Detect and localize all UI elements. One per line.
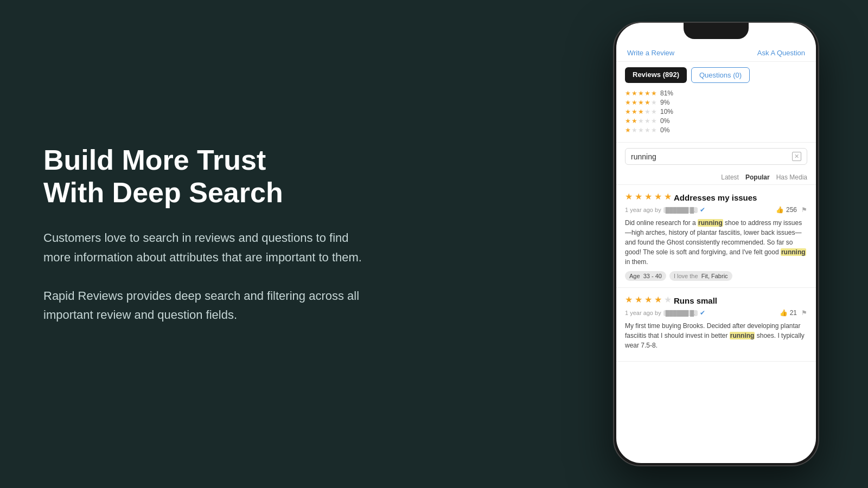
- review-1-helpful[interactable]: 👍 256: [776, 206, 797, 214]
- star: ★: [635, 191, 642, 202]
- star: ★: [625, 191, 633, 202]
- search-input-value: running: [631, 152, 656, 161]
- body-text-1: Customers love to search in reviews and …: [43, 228, 369, 266]
- search-bar[interactable]: running ✕: [625, 148, 807, 165]
- pct-2: 0%: [660, 117, 669, 125]
- review-1-stars: ★ ★ ★ ★ ★: [625, 191, 672, 202]
- main-heading: Build More Trust With Deep Search: [43, 144, 553, 209]
- star: ★: [651, 89, 657, 97]
- star: ★: [644, 191, 652, 202]
- review-2-verified: ✔: [700, 309, 705, 317]
- review-1-flag[interactable]: ⚑: [801, 206, 807, 214]
- heading-line2: With Deep Search: [43, 177, 283, 208]
- rating-row-5: ★ ★ ★ ★ ★ 81%: [625, 89, 807, 97]
- stars-3: ★ ★ ★ ★ ★: [625, 108, 657, 115]
- tag-love-label: I love the: [674, 273, 698, 279]
- pct-5: 81%: [660, 89, 673, 97]
- star: ★: [631, 108, 637, 115]
- tab-reviews[interactable]: Reviews (892): [625, 67, 687, 83]
- keyword-running: running: [698, 219, 723, 227]
- star: ★: [625, 294, 633, 305]
- screen-nav: Write a Review Ask A Question: [616, 44, 816, 62]
- review-1-time: 1 year ago by: [625, 207, 661, 213]
- star: ★: [644, 108, 650, 115]
- star: ★: [638, 117, 644, 125]
- review-1-meta: 1 year ago by ██████ █. ✔ 👍 256 ⚑: [625, 206, 807, 214]
- star: ★: [644, 294, 652, 305]
- star: ★: [638, 99, 644, 106]
- tag-age: Age 33 - 40: [625, 271, 666, 281]
- star: ★: [625, 99, 631, 106]
- review-1-title: Addresses my issues: [674, 193, 757, 202]
- star: ★: [644, 117, 650, 125]
- star: ★: [654, 191, 662, 202]
- star: ★: [638, 126, 644, 134]
- ask-question-link[interactable]: Ask A Question: [757, 49, 805, 57]
- star: ★: [644, 126, 650, 134]
- pct-3: 10%: [660, 108, 673, 115]
- screen-content: Write a Review Ask A Question Reviews (8…: [616, 23, 816, 463]
- star: ★: [638, 108, 644, 115]
- star: ★: [625, 117, 631, 125]
- rating-row-4: ★ ★ ★ ★ ★ 9%: [625, 99, 807, 106]
- review-1-verified: ✔: [700, 206, 705, 214]
- search-clear-button[interactable]: ✕: [792, 152, 801, 161]
- star: ★: [651, 99, 657, 106]
- tab-questions[interactable]: Questions (0): [691, 67, 750, 83]
- review-1-body: Did online research for a running shoe t…: [625, 218, 807, 267]
- star: ★: [631, 117, 637, 125]
- star: ★: [625, 126, 631, 134]
- review-1-author: ██████ █.: [663, 207, 698, 213]
- rating-row-3: ★ ★ ★ ★ ★ 10%: [625, 108, 807, 115]
- review-2-helpful[interactable]: 👍 21: [780, 309, 797, 317]
- thumbs-up-icon: 👍: [776, 206, 784, 214]
- rating-row-1: ★ ★ ★ ★ ★ 0%: [625, 126, 807, 134]
- keyword-running-2: running: [781, 248, 806, 256]
- stars-4: ★ ★ ★ ★ ★: [625, 99, 657, 106]
- stars-1: ★ ★ ★ ★ ★: [625, 126, 657, 134]
- star: ★: [631, 89, 637, 97]
- tag-love-value: Fit, Fabric: [701, 273, 728, 279]
- star: ★: [654, 294, 662, 305]
- ratings-block: ★ ★ ★ ★ ★ 81% ★ ★ ★: [616, 83, 816, 143]
- review-2-time: 1 year ago by: [625, 310, 661, 316]
- star: ★: [651, 117, 657, 125]
- pct-1: 0%: [660, 126, 669, 134]
- filter-tabs: Latest Popular Has Media: [616, 170, 816, 185]
- left-panel: Build More Trust With Deep Search Custom…: [0, 101, 597, 387]
- star: ★: [664, 191, 672, 202]
- write-review-link[interactable]: Write a Review: [627, 49, 674, 57]
- review-2-helpful-count: 21: [790, 309, 797, 317]
- body-text-2: Rapid Reviews provides deep search and f…: [43, 286, 369, 324]
- review-2-stars: ★ ★ ★ ★ ★: [625, 294, 672, 305]
- review-card-2: ★ ★ ★ ★ ★ Runs small 1 year ago by █████…: [616, 288, 816, 362]
- phone-screen: Write a Review Ask A Question Reviews (8…: [616, 23, 816, 463]
- review-2-author: ██████ █.: [663, 310, 698, 316]
- filter-has-media[interactable]: Has Media: [776, 174, 807, 181]
- heading-line1: Build More Trust: [43, 144, 266, 176]
- review-2-flag[interactable]: ⚑: [801, 309, 807, 317]
- star: ★: [651, 108, 657, 115]
- tag-love: I love the Fit, Fabric: [669, 271, 732, 281]
- screen-tabs: Reviews (892) Questions (0): [616, 62, 816, 83]
- filter-latest[interactable]: Latest: [721, 174, 739, 181]
- star: ★: [625, 108, 631, 115]
- right-panel: Write a Review Ask A Question Reviews (8…: [597, 0, 868, 488]
- star: ★: [644, 89, 650, 97]
- review-1-helpful-count: 256: [786, 206, 797, 214]
- phone-frame: Write a Review Ask A Question Reviews (8…: [613, 22, 819, 466]
- review-2-title: Runs small: [674, 296, 717, 305]
- rating-row-2: ★ ★ ★ ★ ★ 0%: [625, 117, 807, 125]
- review-1-tags: Age 33 - 40 I love the Fit, Fabric: [625, 271, 807, 281]
- star: ★: [664, 294, 672, 305]
- star: ★: [625, 89, 631, 97]
- stars-2: ★ ★ ★ ★ ★: [625, 117, 657, 125]
- keyword-running-3: running: [730, 332, 755, 339]
- star: ★: [631, 126, 637, 134]
- review-2-meta: 1 year ago by ██████ █. ✔ 👍 21 ⚑: [625, 309, 807, 317]
- stars-5: ★ ★ ★ ★ ★: [625, 89, 657, 97]
- star: ★: [638, 89, 644, 97]
- filter-popular[interactable]: Popular: [745, 174, 770, 181]
- star: ★: [631, 99, 637, 106]
- pct-4: 9%: [660, 99, 669, 106]
